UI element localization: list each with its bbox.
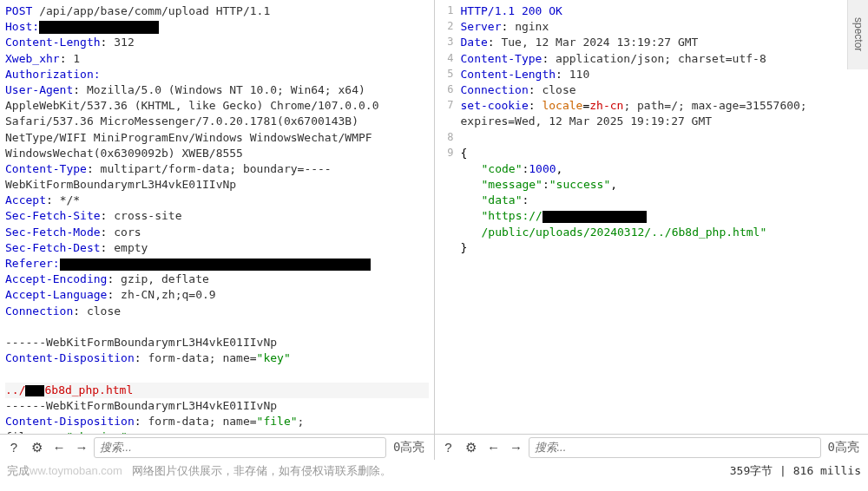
inspector-tab[interactable]: spector: [847, 0, 868, 69]
prev-icon[interactable]: ←: [49, 437, 69, 458]
search-input-left[interactable]: [94, 437, 386, 458]
response-code[interactable]: 1HTTP/1.1 200 OK 2Server: nginx 3Date: T…: [435, 0, 869, 259]
help-icon[interactable]: ?: [438, 437, 459, 458]
status-text: 完成: [7, 464, 30, 477]
response-panel: 1HTTP/1.1 200 OK 2Server: nginx 3Date: T…: [435, 0, 869, 434]
http-method: POST: [5, 4, 32, 17]
footer: 完成ww.toymoban.com 网络图片仅供展示，非存储，如有侵权请联系删除…: [0, 460, 868, 482]
watermark: ww.toymoban.com: [30, 464, 122, 477]
redacted-referer: [60, 259, 371, 271]
http-path: /api/app/base/comm/upload HTTP/1.1: [39, 4, 270, 17]
gear-icon[interactable]: ⚙: [26, 437, 47, 458]
next-icon[interactable]: →: [71, 437, 92, 458]
gear-icon[interactable]: ⚙: [461, 437, 482, 458]
response-search-bar: ? ⚙ ← → 0高亮: [435, 434, 869, 460]
highlight-count-right: 0高亮: [828, 440, 859, 455]
footer-stats: 359字节 | 816 millis: [730, 463, 861, 479]
redacted-payload: [25, 385, 44, 396]
request-panel: POST /api/app/base/comm/upload HTTP/1.1 …: [0, 0, 435, 434]
prev-icon[interactable]: ←: [483, 437, 504, 458]
help-icon[interactable]: ?: [3, 437, 24, 458]
search-input-right[interactable]: [529, 437, 821, 458]
request-search-bar: ? ⚙ ← → 0高亮: [0, 434, 435, 460]
redacted-host: [39, 21, 159, 34]
request-code[interactable]: POST /api/app/base/comm/upload HTTP/1.1 …: [0, 0, 434, 434]
footer-note: 网络图片仅供展示，非存储，如有侵权请联系删除。: [132, 464, 391, 477]
redacted-url: [542, 211, 647, 223]
highlight-count-left: 0高亮: [393, 440, 424, 455]
next-icon[interactable]: →: [506, 437, 527, 458]
